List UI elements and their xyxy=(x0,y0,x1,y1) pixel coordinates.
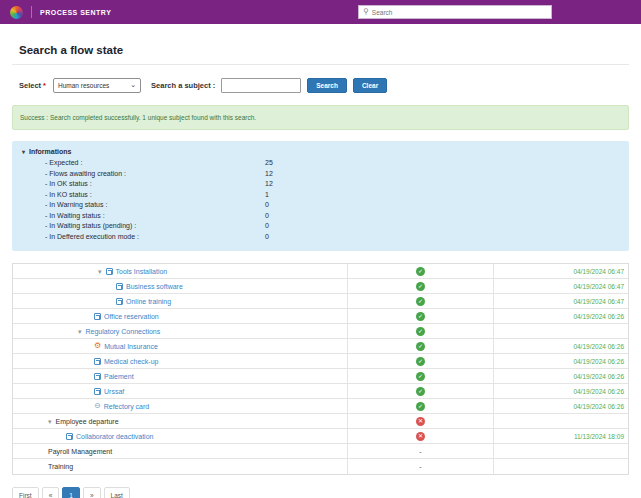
success-alert: Success : Search completed successfully.… xyxy=(12,105,629,130)
collapse-caret-icon[interactable]: ▾ xyxy=(98,268,102,275)
flow-date: 04/19/2024 06:47 xyxy=(494,294,628,308)
subject-input[interactable] xyxy=(221,78,301,93)
pagination-first-button[interactable]: First xyxy=(12,487,39,498)
flow-status-cell: ✕ xyxy=(348,414,494,428)
flow-status-cell: ✓ xyxy=(348,309,494,323)
table-row: Urssaf✓04/19/2024 06:26 xyxy=(13,384,628,399)
flow-name-cell: ⚙Mutual Insurance xyxy=(13,339,348,353)
status-ok-icon: ✓ xyxy=(416,357,425,366)
flow-name-text: Training xyxy=(48,463,73,470)
info-value: 12 xyxy=(265,169,273,180)
info-value: 0 xyxy=(265,221,269,232)
pagination-page-1-button[interactable]: 1 xyxy=(62,487,80,498)
flow-name-cell: Paiement xyxy=(13,369,348,383)
informations-list: - Expected :25- Flows awaiting creation … xyxy=(22,158,619,242)
pagination-last-button[interactable]: Last xyxy=(104,487,130,498)
flow-name-link[interactable]: Office reservation xyxy=(104,313,159,320)
info-item: - In Warning status :0 xyxy=(22,200,619,211)
flow-name-link[interactable]: Tools Installation xyxy=(116,268,168,275)
flow-name-cell: Office reservation xyxy=(13,309,348,323)
pagination-next-button[interactable]: » xyxy=(83,487,101,498)
info-item: - Flows awaiting creation :12 xyxy=(22,169,619,180)
flow-date xyxy=(494,324,628,338)
table-row: Business software✓04/19/2024 06:47 xyxy=(13,279,628,294)
flow-date: 04/19/2024 06:47 xyxy=(494,264,628,278)
status-ok-icon: ✓ xyxy=(416,372,425,381)
status-ok-icon: ✓ xyxy=(416,342,425,351)
flow-date: 11/13/2024 18:09 xyxy=(494,429,628,443)
pagination-previous-button[interactable]: « xyxy=(42,487,60,498)
status-none-dash: - xyxy=(419,463,421,470)
info-label: - Expected : xyxy=(45,159,82,166)
gear-icon: ⚙ xyxy=(94,342,101,350)
app-logo-icon[interactable] xyxy=(10,6,23,19)
flow-name-link[interactable]: Collaborator deactivation xyxy=(76,433,153,440)
info-label: - In KO status : xyxy=(45,191,92,198)
table-row: Training- xyxy=(13,459,628,474)
flow-date: 04/19/2024 06:26 xyxy=(494,399,628,413)
required-asterisk: * xyxy=(43,81,46,90)
flow-name-link[interactable]: Paiement xyxy=(104,373,134,380)
chevron-down-icon: ⌄ xyxy=(130,81,136,88)
table-row: ⊖Refectory card✓04/19/2024 06:26 xyxy=(13,399,628,414)
info-item: - In KO status :1 xyxy=(22,190,619,201)
flow-name-link[interactable]: Regulatory Connections xyxy=(86,328,161,335)
flow-status-cell: ✕ xyxy=(348,429,494,443)
category-select[interactable]: Human resources ⌄ xyxy=(53,78,141,93)
minus-circle-icon: ⊖ xyxy=(94,402,101,410)
flow-date: 04/19/2024 06:26 xyxy=(494,339,628,353)
flow-status-cell: ✓ xyxy=(348,279,494,293)
flow-date: 04/19/2024 06:26 xyxy=(494,354,628,368)
collapse-caret-icon[interactable]: ▾ xyxy=(78,328,82,335)
flow-name-link[interactable]: Online training xyxy=(126,298,171,305)
clear-button[interactable]: Clear xyxy=(353,78,387,93)
info-value: 0 xyxy=(265,211,269,222)
search-form: Select* Human resources ⌄ Search a subje… xyxy=(19,78,629,93)
flow-status-cell: ✓ xyxy=(348,264,494,278)
info-label: - In Warning status : xyxy=(45,201,107,208)
header-search-input[interactable] xyxy=(372,9,547,16)
flow-status-cell: ✓ xyxy=(348,324,494,338)
flow-name-link[interactable]: Refectory card xyxy=(104,403,150,410)
status-ok-icon: ✓ xyxy=(416,312,425,321)
category-select-value: Human resources xyxy=(58,82,109,89)
external-link-icon xyxy=(94,358,101,365)
flow-name-link[interactable]: Business software xyxy=(126,283,183,290)
flow-name-link[interactable]: Urssaf xyxy=(104,388,124,395)
table-row: ⚙Mutual Insurance✓04/19/2024 06:26 xyxy=(13,339,628,354)
status-ok-icon: ✓ xyxy=(416,402,425,411)
flow-name-cell: ▾Regulatory Connections xyxy=(13,324,348,338)
search-icon: ⚲ xyxy=(363,8,369,16)
info-value: 25 xyxy=(265,158,273,169)
info-item: - In Deffered execution mode :0 xyxy=(22,232,619,243)
select-label: Select* xyxy=(19,81,46,90)
status-ok-icon: ✓ xyxy=(416,387,425,396)
subject-label: Search a subject : xyxy=(151,81,215,90)
status-ko-icon: ✕ xyxy=(416,432,425,441)
flow-date xyxy=(494,444,628,458)
flow-name-cell: Urssaf xyxy=(13,384,348,398)
informations-header[interactable]: ▾ Informations xyxy=(22,148,619,155)
flow-name-link[interactable]: Medical check-up xyxy=(104,358,158,365)
info-item: - In Waiting status :0 xyxy=(22,211,619,222)
collapse-caret-icon[interactable]: ▾ xyxy=(48,418,52,425)
flow-date: 04/19/2024 06:26 xyxy=(494,309,628,323)
flow-name-text: Employee departure xyxy=(56,418,119,425)
flow-status-cell: ✓ xyxy=(348,369,494,383)
table-row: Medical check-up✓04/19/2024 06:26 xyxy=(13,354,628,369)
status-ko-icon: ✕ xyxy=(416,417,425,426)
table-row: Paiement✓04/19/2024 06:26 xyxy=(13,369,628,384)
flow-date: 04/19/2024 06:47 xyxy=(494,279,628,293)
table-row: Online training✓04/19/2024 06:47 xyxy=(13,294,628,309)
flow-status-cell: ✓ xyxy=(348,399,494,413)
info-item: - In Waiting status (pending) :0 xyxy=(22,221,619,232)
flow-name-cell: ▾Employee departure xyxy=(13,414,348,428)
info-value: 12 xyxy=(265,179,273,190)
flow-name-link[interactable]: Mutual Insurance xyxy=(104,343,158,350)
header-search-box[interactable]: ⚲ xyxy=(358,5,552,19)
flow-name-cell: Payroll Management xyxy=(13,444,348,458)
search-button[interactable]: Search xyxy=(307,78,347,93)
flow-date: 04/19/2024 06:26 xyxy=(494,369,628,383)
flow-status-cell: ✓ xyxy=(348,294,494,308)
info-label: - In Deffered execution mode : xyxy=(45,233,139,240)
